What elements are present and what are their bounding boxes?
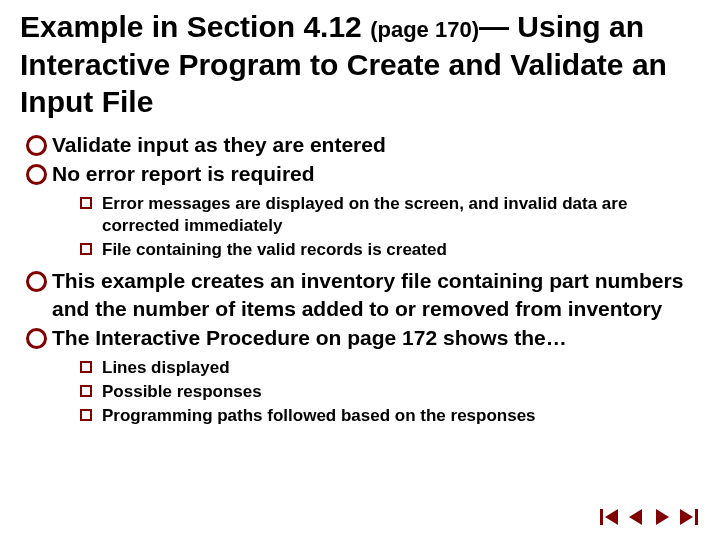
svg-marker-4 bbox=[680, 509, 693, 525]
bullet-text: The Interactive Procedure on page 172 sh… bbox=[52, 326, 567, 349]
bullet-text: This example creates an inventory file c… bbox=[52, 269, 683, 319]
svg-marker-2 bbox=[629, 509, 642, 525]
list-item: This example creates an inventory file c… bbox=[24, 267, 700, 322]
bullet-list: Validate input as they are entered No er… bbox=[24, 131, 700, 188]
next-slide-button[interactable] bbox=[650, 506, 674, 528]
bullet-text: File containing the valid records is cre… bbox=[102, 240, 447, 259]
bullet-list: This example creates an inventory file c… bbox=[24, 267, 700, 351]
bullet-text: Error messages are displayed on the scre… bbox=[102, 194, 627, 235]
sub-bullet-list: Error messages are displayed on the scre… bbox=[78, 193, 700, 261]
list-item: File containing the valid records is cre… bbox=[78, 239, 700, 261]
list-item: Possible responses bbox=[78, 381, 700, 403]
bullet-text: Validate input as they are entered bbox=[52, 133, 386, 156]
title-page-ref: (page 170) bbox=[370, 17, 479, 42]
slide-title: Example in Section 4.12 (page 170)— Usin… bbox=[20, 8, 700, 121]
last-icon bbox=[678, 508, 698, 526]
slide-nav bbox=[598, 506, 700, 528]
list-item: Lines displayed bbox=[78, 357, 700, 379]
list-item: Programming paths followed based on the … bbox=[78, 405, 700, 427]
svg-rect-5 bbox=[695, 509, 698, 525]
bullet-text: Lines displayed bbox=[102, 358, 230, 377]
list-item: No error report is required bbox=[24, 160, 700, 187]
prev-slide-button[interactable] bbox=[624, 506, 648, 528]
list-item: Validate input as they are entered bbox=[24, 131, 700, 158]
prev-icon bbox=[627, 508, 645, 526]
first-icon bbox=[600, 508, 620, 526]
last-slide-button[interactable] bbox=[676, 506, 700, 528]
list-item: The Interactive Procedure on page 172 sh… bbox=[24, 324, 700, 351]
svg-marker-1 bbox=[605, 509, 618, 525]
svg-rect-0 bbox=[600, 509, 603, 525]
bullet-text: Possible responses bbox=[102, 382, 262, 401]
bullet-text: Programming paths followed based on the … bbox=[102, 406, 536, 425]
list-item: Error messages are displayed on the scre… bbox=[78, 193, 700, 237]
title-part1: Example in Section 4.12 bbox=[20, 10, 370, 43]
first-slide-button[interactable] bbox=[598, 506, 622, 528]
bullet-text: No error report is required bbox=[52, 162, 315, 185]
next-icon bbox=[653, 508, 671, 526]
svg-marker-3 bbox=[656, 509, 669, 525]
sub-bullet-list: Lines displayed Possible responses Progr… bbox=[78, 357, 700, 427]
